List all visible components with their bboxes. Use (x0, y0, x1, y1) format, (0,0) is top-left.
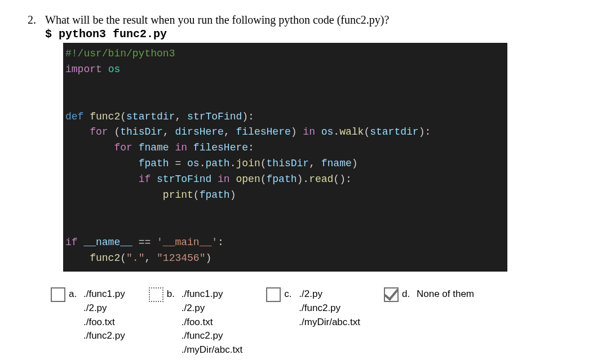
option-c-line-1: ./func2.py (299, 301, 360, 316)
option-b-line-3: ./func2.py (182, 329, 243, 343)
command-line: $ python3 func2.py (45, 28, 574, 41)
code-shebang: #!/usr/bin/python3 (65, 48, 175, 59)
option-d[interactable]: d. None of them (384, 287, 474, 302)
option-a-line-1: ./2.py (83, 301, 125, 316)
code-kw-import: import (65, 64, 102, 75)
option-b[interactable]: b. ./func1.py ./2.py ./foo.txt ./func2.p… (149, 287, 243, 357)
checkbox-a[interactable] (51, 287, 65, 302)
option-a-letter: a. (69, 288, 78, 300)
option-a-line-2: ./foo.txt (83, 316, 125, 330)
code-kw-def: def (65, 111, 83, 122)
code-funcname: func2 (90, 111, 120, 122)
code-block: #!/usr/bin/python3 import os def func2(s… (63, 43, 507, 272)
question-body: What will be the result when you run the… (45, 14, 574, 41)
question-number: 2. (23, 14, 36, 26)
checkbox-c[interactable] (266, 287, 281, 302)
option-b-letter: b. (167, 288, 176, 300)
option-b-line-1: ./2.py (182, 301, 243, 316)
option-b-line-4: ./myDir/abc.txt (182, 343, 243, 357)
option-c-line-0: ./2.py (299, 287, 322, 301)
option-a-line-3: ./func2.py (83, 329, 125, 343)
option-c-line-2: ./myDir/abc.txt (299, 316, 360, 330)
question-header: 2. What will be the result when you run … (23, 14, 574, 41)
option-a[interactable]: a. ./func1.py ./2.py ./foo.txt ./func2.p… (51, 287, 125, 343)
checkbox-b[interactable] (149, 287, 163, 302)
answer-options: a. ./func1.py ./2.py ./foo.txt ./func2.p… (23, 287, 574, 357)
code-os: os (108, 64, 121, 75)
option-c[interactable]: c. ./2.py ./func2.py ./myDir/abc.txt (266, 287, 360, 329)
option-a-line-0: ./func1.py (83, 287, 125, 301)
option-d-letter: d. (402, 288, 411, 300)
option-b-line-0: ./func1.py (182, 287, 223, 301)
option-d-text: None of them (417, 287, 474, 301)
question-text: What will be the result when you run the… (45, 14, 574, 26)
option-c-letter: c. (284, 288, 293, 300)
option-b-line-2: ./foo.txt (182, 316, 243, 330)
checkbox-d[interactable] (384, 287, 399, 302)
